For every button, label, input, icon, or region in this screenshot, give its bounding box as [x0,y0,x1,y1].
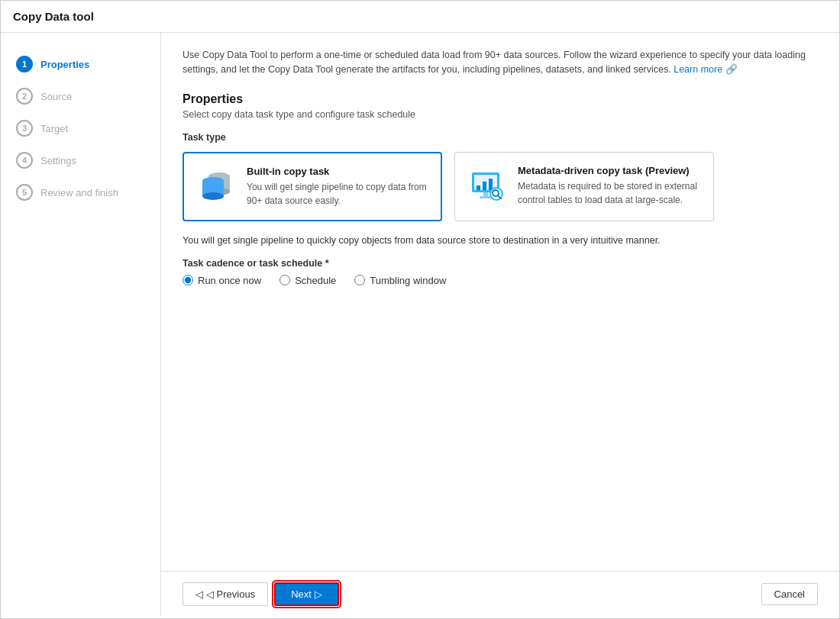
metadata-card-desc: Metadata is required to be stored in ext… [518,179,701,207]
step-circle-1: 1 [16,56,33,73]
footer: ◁ ◁ Previous Next ▷ Cancel [161,571,839,617]
sidebar-label-settings: Settings [40,155,76,166]
metadata-icon [467,165,507,205]
intro-text: Use Copy Data Tool to perform a one-time… [183,48,818,77]
svg-rect-8 [477,185,480,190]
sidebar-label-properties: Properties [40,59,89,70]
learn-more-link[interactable]: Learn more 🔗 [674,64,737,75]
section-title: Properties [183,92,818,106]
footer-left: ◁ ◁ Previous Next ▷ [183,582,339,606]
radio-run-once[interactable] [183,275,193,285]
radio-schedule[interactable] [279,275,290,285]
radio-option-tumbling[interactable]: Tumbling window [354,275,446,286]
content-area: Use Copy Data Tool to perform a one-time… [161,33,839,617]
builtin-card-desc: You will get single pipeline to copy dat… [247,180,428,208]
task-type-label: Task type [183,132,818,143]
step-circle-5: 5 [16,184,33,201]
next-label: Next [291,588,312,600]
task-card-builtin[interactable]: Built-in copy task You will get single p… [183,152,442,221]
previous-chevron-icon: ◁ [195,588,203,600]
svg-rect-10 [489,179,493,190]
step-circle-4: 4 [16,152,33,169]
radio-option-schedule[interactable]: Schedule [279,275,336,286]
step-circle-2: 2 [16,88,33,105]
radio-tumbling-label[interactable]: Tumbling window [370,275,446,286]
previous-button[interactable]: ◁ ◁ Previous [183,582,268,606]
task-card-metadata[interactable]: Metadata-driven copy task (Preview) Meta… [454,152,714,221]
radio-schedule-label[interactable]: Schedule [295,275,336,286]
sidebar-item-review[interactable]: 5 Review and finish [1,176,160,208]
svg-rect-9 [483,182,486,190]
sidebar-item-target[interactable]: 3 Target [1,112,160,144]
previous-label: ◁ Previous [206,588,255,600]
section-subtitle: Select copy data task type and configure… [183,109,818,120]
builtin-card-title: Built-in copy task [247,166,428,177]
svg-rect-11 [483,192,488,196]
app-title: Copy Data tool [13,10,94,23]
pipeline-note: You will get single pipeline to quickly … [183,235,793,246]
radio-group: Run once now Schedule Tumbling window [183,275,818,286]
next-button[interactable]: Next ▷ [274,582,339,606]
sidebar-label-review: Review and finish [40,187,118,198]
metadata-card-info: Metadata-driven copy task (Preview) Meta… [518,165,701,207]
cadence-label: Task cadence or task schedule * [183,258,818,269]
sidebar: 1 Properties 2 Source 3 Target 4 Setting… [1,33,161,617]
sidebar-item-source[interactable]: 2 Source [1,80,160,112]
radio-tumbling[interactable] [354,275,365,285]
task-cards: Built-in copy task You will get single p… [183,152,818,221]
radio-run-once-label[interactable]: Run once now [198,275,261,286]
sidebar-label-source: Source [40,91,72,102]
sidebar-item-settings[interactable]: 4 Settings [1,144,160,176]
title-bar: Copy Data tool [1,1,839,33]
sidebar-item-properties[interactable]: 1 Properties [1,48,160,80]
cancel-button[interactable]: Cancel [761,583,818,605]
builtin-card-info: Built-in copy task You will get single p… [247,166,428,208]
sidebar-label-target: Target [40,123,68,134]
metadata-card-title: Metadata-driven copy task (Preview) [518,165,701,176]
svg-rect-12 [480,196,492,198]
svg-point-5 [202,192,224,200]
step-circle-3: 3 [16,120,33,137]
builtin-icon [196,166,236,205]
next-chevron-icon: ▷ [315,588,322,600]
content-body: Use Copy Data Tool to perform a one-time… [161,33,839,571]
radio-option-run-once[interactable]: Run once now [183,275,261,286]
